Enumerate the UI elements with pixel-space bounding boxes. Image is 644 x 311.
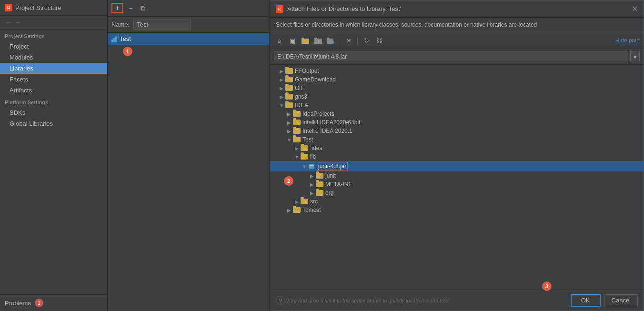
tree-item-junit-jar[interactable]: ▼ junit-4.8.jar <box>270 161 644 171</box>
tree-item[interactable]: ▼ IDEA <box>270 101 644 110</box>
tree-label: Git <box>295 85 302 91</box>
hide-path-button[interactable]: Hide path <box>615 37 640 44</box>
tree-item[interactable]: ▶ META-INF <box>270 180 644 189</box>
platform-settings-header: Platform Settings <box>0 96 107 107</box>
tree-arrow: ▶ <box>293 146 301 151</box>
folder-icon <box>293 128 301 134</box>
sidebar-item-modules[interactable]: Modules <box>0 52 107 63</box>
remove-library-button[interactable]: − <box>125 3 136 13</box>
dialog-close-button[interactable]: ✕ <box>632 4 638 13</box>
svg-rect-4 <box>314 38 317 39</box>
link-button[interactable]: ⛓ <box>373 35 385 46</box>
folder-button[interactable] <box>300 35 311 46</box>
tree-label: gns3 <box>295 93 307 100</box>
library-list-item[interactable]: Test <box>108 33 269 45</box>
tree-arrow: ▶ <box>285 129 293 134</box>
sidebar-item-global-libraries[interactable]: Global Libraries <box>0 118 107 129</box>
toolbar-separator <box>340 37 340 44</box>
tree-label: intelliJ IDEA2020-64bit <box>302 119 360 126</box>
tree-label: IntelliJ IDEA 2020.1 <box>302 128 352 134</box>
tree-label: GameDownload <box>295 76 336 83</box>
sidebar-item-project[interactable]: Project <box>0 41 107 52</box>
name-input[interactable] <box>133 20 191 30</box>
delete-button[interactable]: ✕ <box>343 35 354 46</box>
home-button[interactable]: ⌂ <box>274 35 285 46</box>
folder-icon <box>293 207 301 213</box>
annotation-badge-1: 1 <box>123 47 132 56</box>
svg-rect-2 <box>302 38 304 39</box>
add-library-button[interactable]: + <box>111 3 123 13</box>
refresh-button[interactable]: ↻ <box>361 35 372 46</box>
sidebar-item-artifacts[interactable]: Artifacts <box>0 85 107 96</box>
sidebar-item-facets[interactable]: Facets <box>0 74 107 85</box>
svg-rect-9 <box>309 164 314 169</box>
svg-rect-7 <box>327 38 330 39</box>
folder-icon <box>285 102 293 108</box>
tree-arrow: ▶ <box>278 86 285 91</box>
folder-icon <box>293 137 301 142</box>
problems-badge: 1 <box>35 299 43 307</box>
panel-title-bar: IJ Project Structure <box>0 0 107 16</box>
jar-icon <box>308 163 315 170</box>
folder-icon <box>285 77 293 82</box>
toolbar-separator2 <box>357 37 358 44</box>
name-label: Name: <box>111 21 130 28</box>
sidebar-item-libraries[interactable]: Libraries <box>0 63 107 74</box>
center-panel: + − ⧉ Name: Test 1 <box>108 0 270 311</box>
tree-item[interactable]: ▶ Git <box>270 84 644 92</box>
library-name: Test <box>120 35 131 42</box>
tree-item[interactable]: ▶ .idea <box>270 144 644 152</box>
tree-item[interactable]: ▶ Tomcat <box>270 206 644 214</box>
tree-item[interactable]: ▼ lib <box>270 152 644 161</box>
nav-forward[interactable]: → <box>14 19 21 26</box>
tree-item[interactable]: ▶ IdeaProjects <box>270 110 644 118</box>
tree-label: junit <box>325 172 336 179</box>
tree-arrow: ▼ <box>293 154 301 160</box>
tree-label: IDEA <box>295 102 308 109</box>
attach-dialog: IJ Attach Files or Directories to Librar… <box>270 0 644 311</box>
tree-arrow: ▶ <box>308 182 316 187</box>
dialog-title-bar: IJ Attach Files or Directories to Librar… <box>270 0 644 18</box>
cancel-button[interactable]: Cancel <box>604 294 638 306</box>
tree-item[interactable]: ▶ src <box>270 197 644 206</box>
tree-item[interactable]: ▶ junit <box>270 171 644 180</box>
left-panel: IJ Project Structure ← → Project Setting… <box>0 0 108 311</box>
copy-library-button[interactable]: ⧉ <box>138 3 148 13</box>
svg-rect-10 <box>310 165 313 166</box>
folder-icon <box>316 173 323 179</box>
path-dropdown-button[interactable]: ▾ <box>630 51 640 62</box>
path-input[interactable] <box>274 51 628 62</box>
dialog-footer: ? Drag and drop a file into the space ab… <box>270 290 644 311</box>
tree-label: org <box>325 190 333 196</box>
nav-back[interactable]: ← <box>5 19 11 26</box>
folder-icon <box>316 181 323 187</box>
new-folder-button[interactable]: + <box>325 35 337 46</box>
ok-button[interactable]: OK <box>571 294 601 307</box>
tree-item[interactable]: ▶ GameDownload <box>270 75 644 84</box>
tree-item[interactable]: ▶ org <box>270 189 644 197</box>
help-button[interactable]: ? <box>276 296 285 305</box>
panel-title: Project Structure <box>15 4 61 11</box>
library-icon <box>111 36 117 42</box>
folder-icon <box>285 94 293 100</box>
path-bar: ▾ <box>270 49 644 65</box>
tree-arrow: ▶ <box>278 94 285 100</box>
tree-arrow: ▼ <box>278 103 285 108</box>
desktop-button[interactable]: ▣ <box>287 35 298 46</box>
folder-up-button[interactable]: ↑ <box>312 35 324 46</box>
folder-icon <box>301 199 308 204</box>
folder-icon <box>316 190 323 196</box>
tree-arrow: ▶ <box>278 69 285 74</box>
tree-label: Test <box>302 136 313 143</box>
tree-arrow: ▶ <box>278 77 285 82</box>
tree-label: IdeaProjects <box>302 110 334 117</box>
tree-arrow: ▶ <box>285 208 293 213</box>
tree-item[interactable]: ▶ FFOutput <box>270 67 644 75</box>
tree-item[interactable]: ▶ intelliJ IDEA2020-64bit <box>270 118 644 127</box>
tree-item[interactable]: ▼ Test <box>270 135 644 144</box>
tree-item[interactable]: ▶ IntelliJ IDEA 2020.1 <box>270 127 644 135</box>
sidebar-item-sdks[interactable]: SDKs <box>0 107 107 118</box>
dialog-app-icon: IJ <box>276 5 283 13</box>
tree-label: Tomcat <box>302 207 321 213</box>
tree-item[interactable]: ▶ gns3 <box>270 92 644 101</box>
